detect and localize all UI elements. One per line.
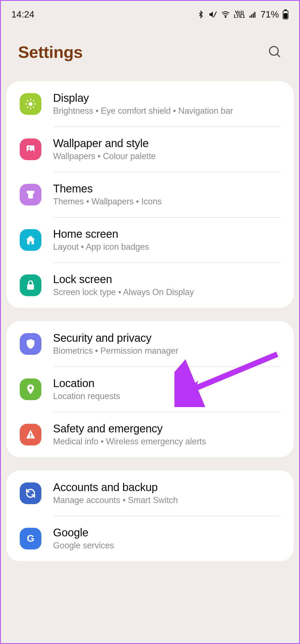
settings-item-themes[interactable]: Themes Themes • Wallpapers • Icons bbox=[6, 172, 294, 217]
settings-group-2: Security and privacy Biometrics • Permis… bbox=[6, 321, 294, 457]
settings-item-safety[interactable]: Safety and emergency Medical info • Wire… bbox=[6, 412, 294, 457]
settings-item-accounts[interactable]: Accounts and backup Manage accounts • Sm… bbox=[6, 470, 294, 516]
google-icon: G bbox=[20, 528, 41, 549]
svg-rect-5 bbox=[254, 12, 256, 18]
svg-rect-2 bbox=[249, 16, 251, 18]
display-icon bbox=[20, 93, 41, 115]
svg-line-14 bbox=[27, 100, 28, 101]
item-title: Google bbox=[53, 526, 114, 539]
item-subtitle: Layout • App icon badges bbox=[53, 242, 149, 252]
item-subtitle: Medical info • Wireless emergency alerts bbox=[53, 437, 206, 447]
sync-icon bbox=[20, 482, 41, 504]
svg-point-21 bbox=[28, 147, 30, 148]
mute-icon bbox=[208, 10, 217, 19]
themes-icon bbox=[20, 184, 41, 205]
wallpaper-icon bbox=[20, 138, 41, 160]
settings-group-1: Display Brightness • Eye comfort shield … bbox=[6, 81, 294, 308]
settings-item-google[interactable]: G Google Google services bbox=[6, 516, 294, 561]
item-subtitle: Google services bbox=[53, 541, 114, 551]
svg-rect-24 bbox=[30, 433, 31, 436]
svg-line-19 bbox=[33, 100, 34, 101]
item-title: Location bbox=[53, 377, 120, 390]
svg-rect-25 bbox=[30, 437, 31, 438]
settings-item-display[interactable]: Display Brightness • Eye comfort shield … bbox=[6, 81, 294, 127]
settings-item-wallpaper[interactable]: Wallpaper and style Wallpapers • Colour … bbox=[6, 127, 294, 172]
item-subtitle: Screen lock type • Always On Display bbox=[53, 287, 194, 297]
svg-point-1 bbox=[225, 16, 226, 18]
volte-icon: Vo))LTE1 bbox=[234, 11, 245, 19]
search-button[interactable] bbox=[267, 44, 282, 60]
item-subtitle: Wallpapers • Colour palette bbox=[53, 151, 156, 161]
alert-icon bbox=[20, 424, 41, 445]
svg-rect-8 bbox=[284, 13, 288, 19]
settings-item-location[interactable]: Location Location requests bbox=[6, 366, 294, 412]
item-title: Themes bbox=[53, 182, 162, 195]
svg-line-15 bbox=[33, 106, 34, 107]
status-icons: Vo))LTE1 71% bbox=[197, 9, 289, 20]
item-title: Display bbox=[53, 92, 233, 104]
svg-point-23 bbox=[29, 387, 32, 389]
svg-rect-22 bbox=[27, 284, 34, 289]
page-header: Settings bbox=[1, 23, 299, 81]
bluetooth-icon bbox=[197, 10, 205, 19]
svg-line-18 bbox=[27, 106, 28, 107]
page-title: Settings bbox=[18, 43, 83, 62]
item-subtitle: Themes • Wallpapers • Icons bbox=[53, 197, 162, 207]
item-subtitle: Brightness • Eye comfort shield • Naviga… bbox=[53, 106, 233, 116]
settings-item-home-screen[interactable]: Home screen Layout • App icon badges bbox=[6, 217, 294, 262]
svg-line-0 bbox=[213, 11, 216, 17]
item-subtitle: Biometrics • Permission manager bbox=[53, 346, 178, 356]
item-subtitle: Location requests bbox=[53, 391, 120, 401]
wifi-icon bbox=[221, 10, 230, 19]
battery-icon bbox=[282, 9, 289, 19]
svg-rect-3 bbox=[251, 14, 252, 18]
svg-rect-4 bbox=[253, 13, 254, 18]
item-title: Accounts and backup bbox=[53, 481, 178, 494]
item-title: Lock screen bbox=[53, 273, 194, 286]
status-bar: 14:24 Vo))LTE1 71% bbox=[1, 1, 299, 23]
svg-text:G: G bbox=[27, 533, 34, 544]
item-title: Home screen bbox=[53, 228, 149, 240]
item-title: Wallpaper and style bbox=[53, 137, 156, 150]
svg-point-11 bbox=[29, 102, 32, 106]
item-title: Security and privacy bbox=[53, 332, 178, 344]
svg-point-9 bbox=[269, 46, 278, 55]
item-title: Safety and emergency bbox=[53, 422, 206, 435]
item-subtitle: Manage accounts • Smart Switch bbox=[53, 495, 178, 505]
settings-item-lock-screen[interactable]: Lock screen Screen lock type • Always On… bbox=[6, 262, 294, 308]
location-icon bbox=[20, 378, 41, 400]
shield-icon bbox=[20, 333, 41, 355]
signal-icon bbox=[249, 11, 257, 18]
lock-icon bbox=[20, 274, 41, 296]
settings-item-security[interactable]: Security and privacy Biometrics • Permis… bbox=[6, 321, 294, 366]
svg-line-10 bbox=[277, 54, 280, 57]
settings-group-3: Accounts and backup Manage accounts • Sm… bbox=[6, 470, 294, 561]
status-time: 14:24 bbox=[11, 9, 34, 20]
search-icon bbox=[268, 55, 282, 60]
battery-percent: 71% bbox=[261, 9, 279, 20]
home-icon bbox=[20, 229, 41, 251]
